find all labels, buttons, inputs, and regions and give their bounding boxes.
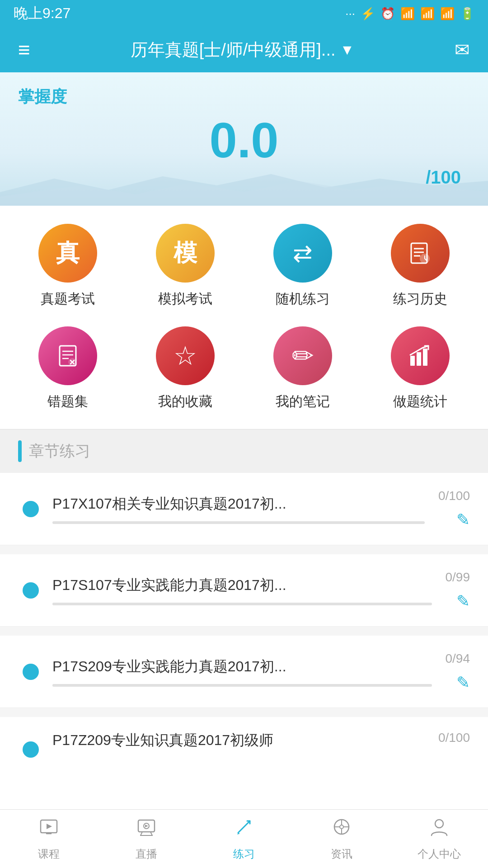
function-shoucang[interactable]: ☆ 我的收藏: [131, 326, 239, 411]
function-tongji[interactable]: 做题统计: [366, 326, 474, 411]
list-title-1: P17X107相关专业知识真题2017初...: [52, 494, 425, 514]
function-lianxihistory[interactable]: 练习历史: [366, 224, 474, 308]
list-dot-1: [23, 501, 39, 517]
svg-point-32: [435, 820, 443, 828]
cuoti-icon: [38, 326, 97, 385]
lianxi-history-label: 练习历史: [393, 290, 447, 308]
list-dot-2: [23, 582, 39, 599]
nav-zixun[interactable]: 资讯: [293, 816, 390, 861]
mail-icon[interactable]: ✉: [455, 39, 470, 60]
suiji-label: 随机练习: [276, 290, 330, 308]
function-moni[interactable]: 模 模拟考试: [131, 224, 239, 308]
function-zhenti[interactable]: 真 真题考试: [14, 224, 122, 308]
list-progress-bar-2: [52, 603, 432, 605]
list-count-4: 0/100: [438, 731, 470, 745]
list-right-3: 0/94 ✎: [446, 651, 470, 692]
list-container: P17X107相关专业知识真题2017初... 0/100 ✎ P17S107专…: [0, 473, 488, 844]
list-right-2: 0/99 ✎: [446, 570, 470, 611]
svg-point-27: [340, 825, 343, 829]
status-time: 晚上9:27: [14, 4, 70, 24]
chapter-header: 章节练习: [0, 429, 488, 473]
wode-label: 个人中心: [418, 847, 461, 861]
list-right-4: 0/100: [438, 731, 470, 745]
list-separator-3: [0, 708, 488, 717]
header-title-text: 历年真题[士/师/中级通用]...: [131, 38, 336, 61]
status-icons: ··· ⚡ ⏰ 📶 📶 📶 🔋: [345, 7, 474, 21]
mastery-section: 掌握度 0.0 /100: [0, 72, 488, 206]
lianxi-label: 练习: [233, 847, 255, 861]
bluetooth-icon: ⚡: [361, 7, 375, 21]
mountain-decoration: [0, 170, 488, 206]
moni-label: 模拟考试: [158, 290, 212, 308]
svg-line-25: [238, 821, 250, 833]
svg-rect-12: [410, 356, 415, 366]
zixun-label: 资讯: [331, 847, 352, 861]
edit-icon-1[interactable]: ✎: [456, 510, 470, 529]
zhenti-icon: 真: [38, 224, 97, 283]
list-title-3: P17S209专业实践能力真题2017初...: [52, 657, 432, 677]
nav-zhibo[interactable]: 直播: [98, 816, 195, 861]
moni-icon: 模: [156, 224, 215, 283]
svg-rect-13: [417, 352, 421, 366]
menu-icon[interactable]: ≡: [18, 39, 30, 60]
list-separator-2: [0, 627, 488, 636]
bottom-nav: 课程 直播 练习: [0, 809, 488, 868]
list-item[interactable]: P17S107专业实践能力真题2017初... 0/99 ✎: [0, 554, 488, 627]
wode-icon: [429, 816, 450, 842]
header-title-area[interactable]: 历年真题[士/师/中级通用]... ▼: [131, 38, 355, 61]
kecheng-label: 课程: [38, 847, 60, 861]
function-suiji[interactable]: ⇄ 随机练习: [249, 224, 357, 308]
svg-marker-18: [47, 824, 52, 829]
function-biji[interactable]: ✏ 我的笔记: [249, 326, 357, 411]
lianxi-history-icon: [391, 224, 450, 283]
zhibo-label: 直播: [136, 847, 157, 861]
svg-rect-14: [423, 349, 427, 366]
list-right-1: 0/100 ✎: [438, 489, 470, 529]
signal1-icon: 📶: [400, 7, 415, 21]
biji-label: 我的笔记: [276, 392, 330, 411]
edit-icon-3[interactable]: ✎: [456, 673, 470, 692]
svg-marker-24: [145, 825, 148, 827]
zhibo-icon: [136, 816, 157, 842]
nav-wode[interactable]: 个人中心: [390, 816, 488, 861]
list-item[interactable]: P17X107相关专业知识真题2017初... 0/100 ✎: [0, 473, 488, 545]
function-cuoti[interactable]: 错题集: [14, 326, 122, 411]
list-title-2: P17S107专业实践能力真题2017初...: [52, 576, 432, 595]
list-title-4: P17Z209专业知识真题2017初级师: [52, 731, 425, 750]
list-separator-1: [0, 545, 488, 554]
chapter-bar-decoration: [18, 440, 22, 462]
list-progress-bar-1: [52, 521, 425, 524]
suiji-icon: ⇄: [273, 224, 332, 283]
alarm-icon: ⏰: [380, 7, 395, 21]
list-progress-bar-3: [52, 684, 432, 687]
zixun-icon: [331, 816, 352, 842]
list-content-1: P17X107相关专业知识真题2017初...: [52, 494, 425, 524]
tongji-icon: [391, 326, 450, 385]
list-dot-4: [23, 741, 39, 758]
chapter-title: 章节练习: [29, 441, 90, 462]
list-count-1: 0/100: [438, 489, 470, 503]
tongji-label: 做题统计: [393, 392, 447, 411]
mastery-label: 掌握度: [18, 86, 470, 108]
list-content-4: P17Z209专业知识真题2017初级师: [52, 731, 425, 771]
battery-icon: 🔋: [460, 7, 474, 21]
chevron-down-icon: ▼: [340, 42, 355, 58]
list-dot-3: [23, 664, 39, 680]
wifi-icon: 📶: [440, 7, 455, 21]
shoucang-icon: ☆: [156, 326, 215, 385]
list-count-2: 0/99: [446, 570, 470, 585]
mastery-score: 0.0: [18, 113, 470, 167]
zhenti-label: 真题考试: [41, 290, 95, 308]
app-header: ≡ 历年真题[士/师/中级通用]... ▼ ✉: [0, 27, 488, 72]
list-content-2: P17S107专业实践能力真题2017初...: [52, 576, 432, 605]
function-grid: 真 真题考试 模 模拟考试 ⇄ 随机练习 练习历史: [0, 206, 488, 429]
edit-icon-2[interactable]: ✎: [456, 592, 470, 611]
list-item[interactable]: P17S209专业实践能力真题2017初... 0/94 ✎: [0, 636, 488, 708]
shoucang-label: 我的收藏: [158, 392, 212, 411]
cuoti-label: 错题集: [47, 392, 88, 411]
nav-lianxi[interactable]: 练习: [195, 816, 293, 861]
dots-icon: ···: [345, 7, 355, 21]
status-bar: 晚上9:27 ··· ⚡ ⏰ 📶 📶 📶 🔋: [0, 0, 488, 27]
nav-kecheng[interactable]: 课程: [0, 816, 98, 861]
list-content-3: P17S209专业实践能力真题2017初...: [52, 657, 432, 687]
